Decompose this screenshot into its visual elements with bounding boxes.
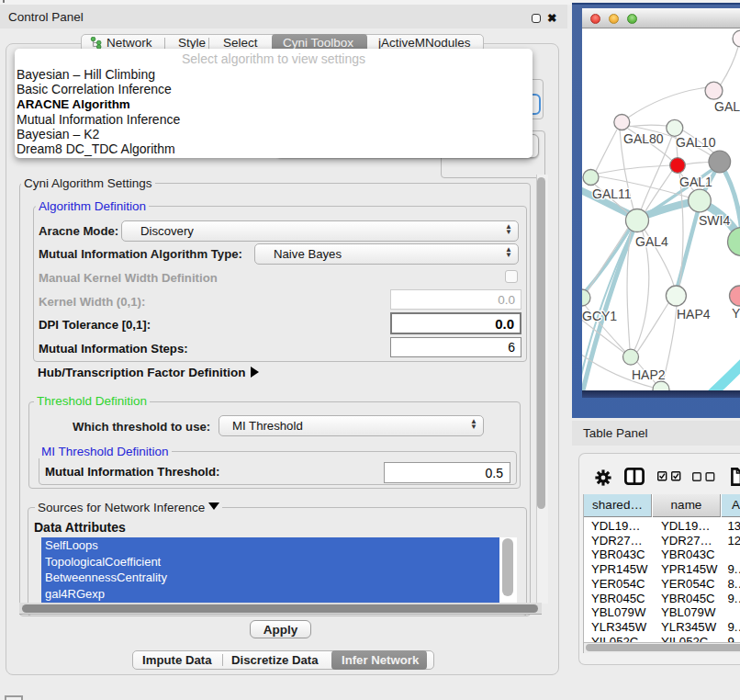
svg-text:HAP2: HAP2 (632, 367, 666, 382)
svg-text:GAL2: GAL2 (714, 99, 740, 114)
svg-text:GAL1: GAL1 (679, 175, 712, 189)
svg-text:GAL11: GAL11 (592, 186, 632, 201)
svg-text:SWI4: SWI4 (699, 213, 730, 228)
svg-text:GAL10: GAL10 (676, 135, 716, 150)
svg-text:HAP4: HAP4 (677, 307, 711, 322)
svg-text:GCY1: GCY1 (582, 309, 617, 323)
svg-text:GAL80: GAL80 (623, 131, 664, 146)
svg-text:GAL4: GAL4 (635, 234, 668, 249)
svg-text:Y: Y (732, 306, 740, 321)
